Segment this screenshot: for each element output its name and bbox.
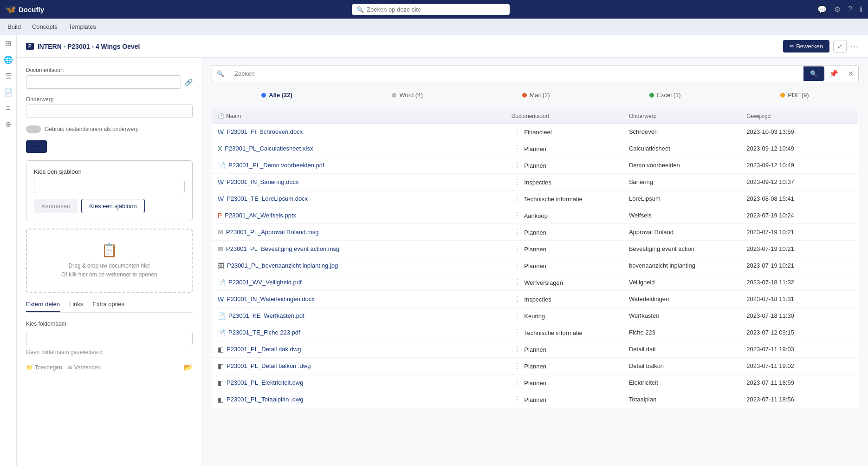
edit-button[interactable]: ✏ Bewerken (783, 40, 829, 53)
tabs-row: Extern delen Links Extra opties (26, 301, 193, 313)
content-area: P INTERN - P23001 - 4 Wings Oevel ✏ Bewe… (17, 35, 868, 466)
three-dot-menu-16[interactable]: ⋮ (512, 395, 523, 403)
project-header: P INTERN - P23001 - 4 Wings Oevel ✏ Bewe… (17, 35, 868, 58)
nav-concepts[interactable]: Concepts (32, 23, 58, 30)
send-button[interactable]: ✉ Verzenden (68, 364, 101, 371)
tab-extern-delen[interactable]: Extern delen (26, 301, 60, 312)
cell-sub-10: Waterleidingen (623, 291, 741, 308)
cell-doc-16: ⋮ Plannen (506, 391, 623, 408)
three-dot-menu-2[interactable]: ⋮ (512, 161, 523, 169)
top-search-input[interactable] (367, 6, 505, 13)
cell-mod-7: 2023-07-19 10:21 (741, 241, 858, 257)
onderwerp-input[interactable] (26, 105, 193, 118)
onderwerp-label: Onderwerp (26, 96, 193, 103)
home-icon[interactable]: ⊞ (5, 39, 11, 48)
file-name-text-4[interactable]: P23001_TE_LoreLipsum.docx (227, 195, 308, 202)
documentsoort-field: Documentsoort 🔗 (26, 67, 193, 89)
cell-doc-5: ⋮ Aankoop (506, 207, 623, 224)
filter-excel[interactable]: Excel (1) (644, 89, 686, 101)
three-dot-menu-0[interactable]: ⋮ (512, 128, 523, 136)
documentsoort-input[interactable] (26, 75, 181, 89)
pin-button[interactable]: 📌 (824, 66, 843, 82)
file-name-text-12[interactable]: P23001_TE_Fiche 223.pdf (228, 329, 300, 336)
expand-button[interactable]: ⤢ (833, 40, 847, 53)
file-name-text-5[interactable]: P23001_AK_Welfsels.pptx (225, 212, 296, 219)
three-dot-menu-6[interactable]: ⋮ (512, 228, 523, 236)
three-dot-menu-8[interactable]: ⋮ (512, 262, 523, 269)
filter-pdf[interactable]: PDF (9) (775, 89, 815, 101)
file-name-text-8[interactable]: P23001_PL_bovenaanzicht inplanting.jpg (227, 262, 338, 269)
file-name-text-0[interactable]: P23001_FI_Schroeven.docx (227, 128, 303, 135)
file-name-text-1[interactable]: P23001_PL_Calculatiesheet.xlsx (225, 145, 313, 152)
filter-mail-label: Mail (2) (530, 92, 550, 98)
cell-name-16: ◧ P23001_PL_Totaalplan .dwg (212, 391, 506, 408)
three-dot-menu-1[interactable]: ⋮ (512, 144, 523, 152)
filter-word[interactable]: Word (4) (386, 89, 428, 101)
file-name-text-16[interactable]: P23001_PL_Totaalplan .dwg (227, 396, 304, 403)
mail-icon: ✉ (218, 245, 223, 253)
top-search-bar[interactable]: 🔍 (352, 4, 510, 15)
three-dot-menu-10[interactable]: ⋮ (512, 295, 523, 303)
file-name-text-14[interactable]: P23001_PL_Detail balkon .dwg (227, 362, 311, 369)
file-name-text-9[interactable]: P23001_WV_Veiligheid.pdf (228, 279, 302, 286)
bestandsnaam-toggle[interactable] (26, 125, 41, 133)
drop-zone[interactable]: 📋 Drag & drop uw documenten hier Of klik… (26, 229, 193, 293)
three-dot-menu-4[interactable]: ⋮ (512, 195, 523, 203)
info-icon[interactable]: ℹ (860, 5, 862, 14)
dwg-icon: ◧ (218, 346, 224, 353)
three-dot-menu-12[interactable]: ⋮ (512, 328, 523, 336)
help-icon[interactable]: ? (848, 5, 852, 13)
folder-input[interactable] (26, 332, 193, 345)
file-icon[interactable]: 📄 (4, 88, 13, 97)
three-dot-menu-14[interactable]: ⋮ (512, 362, 523, 370)
menu-icon[interactable]: ≡ (6, 104, 10, 112)
three-dot-menu-11[interactable]: ⋮ (512, 312, 523, 320)
more-options-button[interactable]: ⋯ (850, 41, 859, 52)
template-input[interactable] (34, 180, 185, 193)
notification-icon[interactable]: 💬 (817, 5, 827, 14)
tab-links[interactable]: Links (69, 301, 83, 312)
create-button[interactable]: Aanmaken (34, 199, 78, 213)
cell-doc-3: ⋮ Inspecties (506, 174, 623, 190)
nav-build[interactable]: Build (7, 23, 21, 30)
three-dot-menu-3[interactable]: ⋮ (512, 178, 523, 186)
file-name-text-15[interactable]: P23001_PL_Elektriciteit.dwg (227, 379, 304, 386)
choose-template-button[interactable]: Kies een sjabloon (81, 199, 145, 213)
project-type-icon: P (26, 43, 34, 50)
folder-browse-icon[interactable]: 📂 (183, 363, 193, 372)
three-dot-menu-7[interactable]: ⋮ (512, 245, 523, 253)
file-name-text-11[interactable]: P23001_KE_Werfkasten.pdf (228, 312, 304, 319)
globe-icon[interactable]: 🌐 (4, 55, 13, 64)
tab-extra-opties[interactable]: Extra opties (92, 301, 124, 312)
file-name-text-6[interactable]: P23001_PL_Approval Roland.msg (226, 229, 318, 236)
minus-button[interactable]: — (26, 140, 47, 153)
table-row: 📄 P23001_WV_Veiligheid.pdf ⋮ Werfverslag… (212, 274, 859, 291)
file-name-text-2[interactable]: P23001_PL_Demo voorbeelden.pdf (228, 162, 324, 169)
three-dot-menu-13[interactable]: ⋮ (512, 345, 523, 353)
file-name-text-7[interactable]: P23001_PL_Bevestiging event action.msg (226, 245, 339, 252)
file-name-text-3[interactable]: P23001_IN_Sanering.docx (227, 178, 298, 185)
three-dot-menu-9[interactable]: ⋮ (512, 278, 523, 286)
table-row: W P23001_FI_Schroeven.docx ⋮ Financieel … (212, 124, 859, 140)
document-table: 🕐 Naam Documentsoort Onderwerp Gewijzigd… (212, 109, 859, 408)
list-icon[interactable]: ☰ (5, 72, 12, 80)
three-dot-menu-15[interactable]: ⋮ (512, 379, 523, 387)
search-close-button[interactable]: ✕ (843, 66, 858, 82)
pdf-icon: 📄 (218, 162, 226, 169)
add-button[interactable]: 📁 Toevoegen (26, 364, 62, 371)
link-icon[interactable]: 🔗 (185, 79, 193, 86)
cell-doc-4: ⋮ Technische informatie (506, 190, 623, 207)
settings-icon[interactable]: ⚙ (834, 5, 841, 14)
document-search-input[interactable] (229, 66, 803, 81)
nav-templates[interactable]: Templates (69, 23, 96, 30)
filter-mail[interactable]: Mail (2) (517, 89, 555, 101)
cell-sub-9: Veiligheid (623, 274, 741, 291)
cell-doc-8: ⋮ Plannen (506, 257, 623, 274)
three-dot-menu-5[interactable]: ⋮ (512, 211, 523, 219)
search-submit-button[interactable]: 🔍 (803, 66, 824, 81)
template-section: Kies een sjabloon Aanmaken Kies een sjab… (26, 160, 193, 221)
file-name-text-10[interactable]: P23001_IN_Waterleidingen.docx (227, 295, 315, 302)
file-name-text-13[interactable]: P23001_PL_Detail dak.dwg (227, 346, 301, 353)
plus-circle-icon[interactable]: ⊕ (5, 120, 11, 129)
filter-all[interactable]: Alle (22) (256, 89, 298, 101)
